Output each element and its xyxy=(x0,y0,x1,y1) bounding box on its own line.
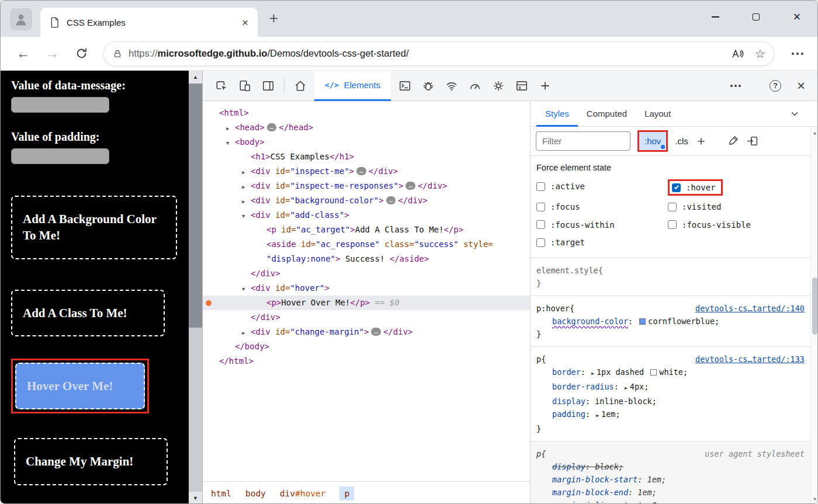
css-property[interactable]: margin-block-end: 1em; xyxy=(536,486,805,499)
property-value[interactable]: cornflowerblue; xyxy=(648,317,719,326)
collapse-arrow-icon[interactable]: ▶ xyxy=(242,194,251,209)
close-devtools-button[interactable]: × xyxy=(789,75,813,97)
property-name[interactable]: padding xyxy=(552,409,585,419)
background-color-button[interactable]: Add A Background Color To Me! xyxy=(11,196,177,259)
collapse-arrow-icon[interactable]: ▶ xyxy=(242,326,251,340)
styles-filter-input[interactable] xyxy=(536,131,630,151)
checkbox-focus-visible[interactable] xyxy=(668,220,677,229)
breadcrumb-item[interactable]: div#hover xyxy=(280,489,326,498)
color-swatch[interactable] xyxy=(639,318,646,325)
back-button[interactable]: ← xyxy=(16,46,30,61)
rule-selector[interactable]: p xyxy=(536,353,541,366)
inline-expand-button[interactable]: … xyxy=(405,182,415,190)
tab-computed[interactable]: Computed xyxy=(578,101,636,127)
padding-input[interactable] xyxy=(11,148,109,164)
checkbox-visited[interactable] xyxy=(668,203,677,211)
help-button[interactable]: ? xyxy=(764,75,787,97)
minimize-button[interactable] xyxy=(695,1,736,33)
tab-styles[interactable]: Styles xyxy=(536,101,578,127)
chevron-down-icon[interactable] xyxy=(789,109,800,119)
browser-tab[interactable]: CSS Examples × xyxy=(40,8,258,37)
css-property[interactable]: display: inline-block; xyxy=(536,395,805,408)
expand-shorthand-icon[interactable]: ▶ xyxy=(625,385,628,391)
console-button[interactable] xyxy=(393,75,417,97)
checkbox-active[interactable] xyxy=(536,182,545,191)
checkbox-hover[interactable] xyxy=(672,183,681,192)
breadcrumb-item[interactable]: html xyxy=(211,489,231,498)
dom-tree-node[interactable]: ▶<div id="inspect-me-responses">…</div> xyxy=(203,179,530,193)
devtools-menu-button[interactable] xyxy=(724,75,747,97)
dock-side-button[interactable] xyxy=(257,75,280,97)
breadcrumb-item[interactable]: p xyxy=(339,486,354,500)
tab-layout[interactable]: Layout xyxy=(636,101,680,127)
home-button[interactable] xyxy=(289,75,312,97)
performance-button[interactable] xyxy=(463,75,487,97)
checkbox-target[interactable] xyxy=(536,238,545,247)
open-styles-editor-button[interactable] xyxy=(746,135,758,147)
network-button[interactable] xyxy=(440,75,463,97)
scroll-up-icon[interactable]: ▲ xyxy=(189,71,202,84)
read-aloud-button[interactable] xyxy=(730,47,744,60)
dom-tree-node[interactable]: <p>Hover Over Me!</p> == $0 xyxy=(203,296,530,310)
collapse-arrow-icon[interactable]: ▶ xyxy=(242,165,251,180)
dom-tree-node[interactable]: </html> xyxy=(203,354,530,369)
property-name[interactable]: background-color xyxy=(552,317,628,326)
expand-arrow-icon[interactable]: ▼ xyxy=(226,136,235,151)
device-emulation-button[interactable] xyxy=(233,75,257,97)
css-property[interactable]: border-radius: ▶4px; xyxy=(536,380,805,395)
property-name[interactable]: border-radius xyxy=(552,382,614,391)
inline-expand-button[interactable]: … xyxy=(356,167,366,175)
change-margin-button[interactable]: Change My Margin! xyxy=(14,438,168,485)
lock-icon[interactable] xyxy=(112,48,123,59)
property-value[interactable]: white; xyxy=(659,367,688,377)
collapse-arrow-icon[interactable]: ▶ xyxy=(242,180,251,194)
inline-expand-button[interactable]: … xyxy=(267,123,277,131)
collapse-arrow-icon[interactable]: ▶ xyxy=(226,121,235,136)
expand-arrow-icon[interactable]: ▼ xyxy=(242,282,251,297)
scroll-down-icon[interactable]: ▼ xyxy=(811,494,818,503)
toggle-element-state-button[interactable]: :hov xyxy=(639,132,666,150)
expand-arrow-icon[interactable]: ▼ xyxy=(242,209,251,224)
add-class-button[interactable]: Add A Class To Me! xyxy=(11,290,165,336)
property-name[interactable]: display xyxy=(552,397,585,406)
dom-tree-node[interactable]: ▼<body> xyxy=(203,135,530,150)
close-window-button[interactable]: × xyxy=(777,1,817,33)
rule-selector[interactable]: p xyxy=(536,447,541,460)
forward-button[interactable]: → xyxy=(46,46,59,61)
hover-button[interactable]: Hover Over Me! xyxy=(15,363,145,409)
dom-tree-node[interactable]: </div> xyxy=(203,310,530,325)
maximize-button[interactable] xyxy=(736,1,777,33)
color-swatch[interactable] xyxy=(650,369,657,376)
dom-tree-node[interactable]: </div> xyxy=(203,266,530,281)
new-style-rule-button[interactable] xyxy=(695,135,707,147)
property-value[interactable]: 4px; xyxy=(630,382,649,391)
css-property[interactable]: padding: ▶1em; xyxy=(536,408,805,422)
settings-button[interactable] xyxy=(487,75,510,97)
scroll-down-icon[interactable]: ▼ xyxy=(189,492,202,504)
tab-close-icon[interactable]: × xyxy=(242,17,248,28)
inspect-button[interactable] xyxy=(210,75,233,97)
inline-expand-button[interactable]: … xyxy=(371,328,381,336)
refresh-button[interactable] xyxy=(75,47,88,60)
scrollbar-thumb[interactable] xyxy=(812,277,817,335)
scrollbar-thumb[interactable] xyxy=(189,84,202,328)
dom-tree-node[interactable]: ▶<div id="change-margin">…</div> xyxy=(203,325,530,339)
property-name[interactable]: border xyxy=(552,367,581,377)
property-value[interactable]: 0px; xyxy=(652,500,671,504)
stylesheet-link[interactable]: devtools-cs…tarted/:133 xyxy=(691,353,805,366)
css-property[interactable]: margin-block-start: 1em; xyxy=(536,473,805,486)
dom-tree-node[interactable]: <p id="ac_target">Add A Class To Me!</p> xyxy=(203,223,530,237)
expand-shorthand-icon[interactable]: ▶ xyxy=(596,413,599,418)
dom-tree-node[interactable]: <html> xyxy=(203,106,530,120)
styles-scrollbar[interactable]: ▲ ▼ xyxy=(810,127,818,504)
property-value[interactable]: 1em; xyxy=(637,488,657,497)
property-name[interactable]: margin-block-end xyxy=(552,488,628,497)
profile-avatar[interactable] xyxy=(10,8,32,30)
rule-selector[interactable]: element.style xyxy=(536,264,598,277)
scroll-up-icon[interactable]: ▲ xyxy=(811,128,818,137)
dom-tree-node[interactable]: </body> xyxy=(203,339,530,354)
breadcrumb-item[interactable]: body xyxy=(245,489,266,498)
inline-expand-button[interactable]: … xyxy=(386,196,396,204)
url-bar[interactable]: https://microsoftedge.github.io/Demos/de… xyxy=(103,41,774,66)
tab-elements[interactable]: </> Elements xyxy=(314,71,391,101)
